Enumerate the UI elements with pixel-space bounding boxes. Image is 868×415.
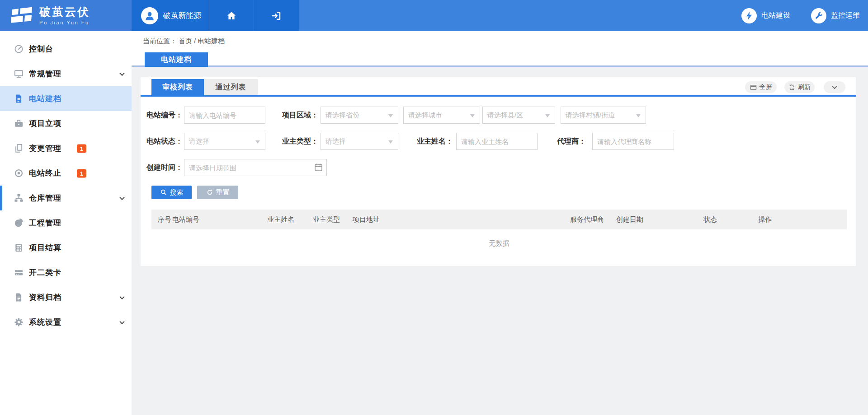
nav-label: 电站建设 xyxy=(761,11,790,20)
fullscreen-icon xyxy=(750,84,757,91)
badge-count: 1 xyxy=(77,169,86,177)
col-address: 项目地址 xyxy=(353,210,380,229)
chevron-down-icon xyxy=(832,84,837,89)
col-owner-name: 业主姓名 xyxy=(267,210,294,229)
sidebar-item-station-archive[interactable]: 电站建档 xyxy=(0,86,132,111)
city-select[interactable]: 请选择城市 xyxy=(403,107,480,124)
reset-button[interactable]: 重置 xyxy=(197,186,238,199)
select-arrow-icon xyxy=(388,140,393,144)
col-index: 序号 xyxy=(158,210,171,229)
collapse-panel-button[interactable] xyxy=(824,81,845,93)
sidebar-item-engineering-mgmt[interactable]: 工程管理 xyxy=(0,210,132,235)
chevron-down-icon xyxy=(119,319,124,324)
empty-state: 无数据 xyxy=(151,235,847,252)
tab-underline xyxy=(141,95,856,97)
created-time-label: 创建时间： xyxy=(141,159,183,176)
avatar xyxy=(141,7,158,24)
chevron-down-icon xyxy=(119,195,124,200)
fullscreen-button[interactable]: 全屏 xyxy=(745,81,777,93)
app: 破茧云伏 Po Jian Yun Fu 破茧新能源 xyxy=(0,0,868,415)
reset-icon xyxy=(206,189,213,196)
date-range-input[interactable] xyxy=(184,159,327,176)
header-dark-section: 破茧新能源 xyxy=(132,0,299,31)
gauge-icon xyxy=(14,44,24,54)
province-select[interactable]: 请选择省份 xyxy=(321,107,398,124)
user-menu[interactable]: 破茧新能源 xyxy=(132,0,209,31)
badge-count: 1 xyxy=(77,144,86,153)
town-select[interactable]: 请选择村镇/街道 xyxy=(561,107,646,124)
col-create-date: 创建日期 xyxy=(616,210,643,229)
refresh-icon xyxy=(788,84,795,91)
logo-title: 破茧云伏 xyxy=(39,6,90,18)
col-owner-type: 业主类型 xyxy=(313,210,340,229)
gear-icon xyxy=(14,317,24,327)
refresh-button[interactable]: 刷新 xyxy=(784,81,815,93)
nav-monitoring[interactable]: 监控运维 xyxy=(811,8,860,23)
logout-button[interactable] xyxy=(254,0,298,31)
owner-type-label: 业主类型： xyxy=(274,133,318,150)
breadcrumb-separator: / xyxy=(194,37,196,45)
sidebar-item-project-settlement[interactable]: 项目结算 xyxy=(0,235,132,260)
page-tab-station-archive[interactable]: 电站建档 xyxy=(145,52,208,67)
logo-icon xyxy=(11,6,33,25)
briefcase-icon xyxy=(14,118,24,129)
owner-name-input[interactable] xyxy=(456,133,538,150)
owner-type-select[interactable]: 请选择 xyxy=(321,133,398,150)
calendar-icon[interactable] xyxy=(314,163,323,174)
top-header: 破茧云伏 Po Jian Yun Fu 破茧新能源 xyxy=(0,0,868,31)
station-status-select[interactable]: 请选择 xyxy=(184,133,265,150)
user-icon xyxy=(144,10,156,22)
sidebar-item-console[interactable]: 控制台 xyxy=(0,37,132,61)
agent-label: 代理商： xyxy=(542,133,586,150)
tab-passed-list[interactable]: 通过列表 xyxy=(204,79,258,95)
nav-label: 监控运维 xyxy=(831,11,860,20)
document-icon xyxy=(14,93,24,104)
sidebar-item-data-archive[interactable]: 资料归档 xyxy=(0,285,132,310)
col-agent: 服务代理商 xyxy=(570,210,604,229)
station-status-label: 电站状态： xyxy=(141,133,183,150)
breadcrumb-current: 电站建档 xyxy=(198,37,225,45)
select-arrow-icon xyxy=(255,140,260,144)
sidebar-item-station-termination[interactable]: 电站终止 1 xyxy=(0,161,132,186)
chevron-down-icon xyxy=(119,70,124,75)
select-arrow-icon xyxy=(470,114,475,117)
table-header: 序号 电站编号 业主姓名 业主类型 项目地址 服务代理商 创建日期 状态 操作 xyxy=(151,210,847,229)
wrench-icon xyxy=(811,8,826,23)
sidebar-item-warehouse-mgmt[interactable]: 仓库管理 xyxy=(0,186,132,210)
chevron-down-icon xyxy=(119,294,124,299)
breadcrumb-strip: 当前位置：首页/电站建档 电站建档 xyxy=(132,31,868,67)
tab-review-list[interactable]: 审核列表 xyxy=(151,79,204,95)
search-button[interactable]: 搜索 xyxy=(151,186,192,199)
breadcrumb-prefix: 当前位置： xyxy=(143,37,177,45)
header-right-nav: 电站建设 监控运维 xyxy=(299,0,868,31)
sidebar: 控制台 常规管理 电站建档 xyxy=(0,31,132,415)
logo: 破茧云伏 Po Jian Yun Fu xyxy=(0,0,132,31)
sidebar-item-system-settings[interactable]: 系统设置 xyxy=(0,310,132,335)
owner-name-label: 业主姓名： xyxy=(409,133,453,150)
agent-input[interactable] xyxy=(592,133,674,150)
county-select[interactable]: 请选择县/区 xyxy=(482,107,555,124)
logo-subtitle: Po Jian Yun Fu xyxy=(39,20,90,25)
breadcrumb-home[interactable]: 首页 xyxy=(179,37,192,45)
home-button[interactable] xyxy=(209,0,254,31)
active-indicator-bar xyxy=(0,186,2,210)
sidebar-item-project-initiation[interactable]: 项目立项 xyxy=(0,111,132,136)
col-actions: 操作 xyxy=(758,210,772,229)
sidebar-item-general-mgmt[interactable]: 常规管理 xyxy=(0,61,132,86)
home-icon xyxy=(226,10,237,21)
nav-station-construction[interactable]: 电站建设 xyxy=(741,8,790,23)
pages-icon xyxy=(14,143,24,154)
col-status: 状态 xyxy=(703,210,717,229)
company-name: 破茧新能源 xyxy=(163,10,202,21)
sitemap-icon xyxy=(14,193,24,203)
select-arrow-icon xyxy=(388,114,393,117)
col-station-no: 电站编号 xyxy=(172,210,199,229)
cards-icon xyxy=(14,267,24,278)
record-icon xyxy=(14,168,24,178)
date-range-field xyxy=(184,159,327,176)
sidebar-item-change-mgmt[interactable]: 变更管理 1 xyxy=(0,136,132,161)
search-icon xyxy=(160,189,167,196)
calculator-icon xyxy=(14,242,24,253)
station-no-input[interactable] xyxy=(184,107,265,124)
sidebar-item-type2-card[interactable]: 开二类卡 xyxy=(0,260,132,285)
